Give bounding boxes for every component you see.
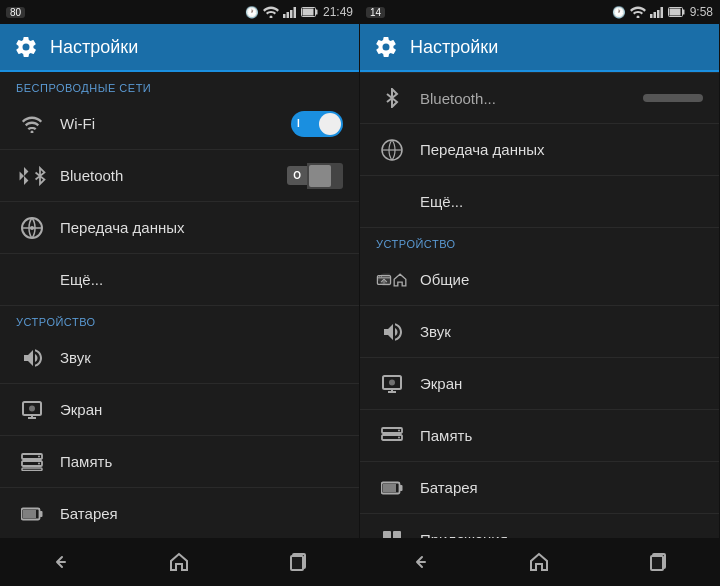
left-time: 21:49 bbox=[323, 5, 353, 19]
wifi-status-icon bbox=[263, 6, 279, 18]
right-general-item[interactable]: Общие bbox=[360, 254, 719, 306]
svg-rect-3 bbox=[290, 10, 293, 18]
right-sound-label: Звук bbox=[420, 323, 703, 340]
right-data-label: Передача данных bbox=[420, 141, 703, 158]
left-sound-item[interactable]: Звук bbox=[0, 332, 359, 384]
left-more-item[interactable]: Ещё... bbox=[0, 254, 359, 306]
svg-point-0 bbox=[269, 16, 272, 19]
right-status-icons: 🕐 bbox=[612, 5, 713, 19]
right-display-icon bbox=[376, 368, 408, 400]
home-button[interactable] bbox=[155, 538, 203, 586]
right-time: 9:58 bbox=[690, 5, 713, 19]
right-more-item[interactable]: Ещё... bbox=[360, 176, 719, 228]
right-bluetooth-label: Bluetooth... bbox=[420, 90, 643, 107]
battery-icon bbox=[16, 498, 48, 530]
right-settings-icon bbox=[372, 33, 400, 61]
right-toolbar-title: Настройки bbox=[410, 37, 498, 58]
right-data-icon bbox=[376, 134, 408, 166]
data-icon bbox=[16, 212, 48, 244]
bluetooth-label: Bluetooth bbox=[60, 167, 287, 184]
right-apps-icon bbox=[376, 524, 408, 539]
right-back-button[interactable] bbox=[396, 538, 444, 586]
svg-point-43 bbox=[389, 379, 395, 385]
right-storage-item[interactable]: Память bbox=[360, 410, 719, 462]
left-storage-item[interactable]: Память bbox=[0, 436, 359, 488]
svg-rect-31 bbox=[657, 10, 660, 18]
svg-rect-2 bbox=[286, 12, 289, 18]
right-apps-label: Приложения bbox=[420, 531, 703, 538]
left-section-device: УСТРОЙСТВО bbox=[0, 306, 359, 332]
right-battery-icon bbox=[376, 472, 408, 504]
wifi-icon bbox=[16, 108, 48, 140]
right-display-label: Экран bbox=[420, 375, 703, 392]
left-content: БЕСПРОВОДНЫЕ СЕТИ Wi-Fi I bbox=[0, 72, 359, 538]
right-home-button[interactable] bbox=[515, 538, 563, 586]
right-panel: 14 🕐 bbox=[360, 0, 720, 586]
left-data-item[interactable]: Передача данных bbox=[0, 202, 359, 254]
storage-icon bbox=[16, 446, 48, 478]
right-signal-icon bbox=[650, 6, 664, 18]
right-alarm-icon: 🕐 bbox=[612, 6, 626, 19]
bluetooth-icon bbox=[16, 160, 48, 192]
right-section-device: УСТРОЙСТВО bbox=[360, 228, 719, 254]
left-panel: 80 🕐 bbox=[0, 0, 360, 586]
right-toolbar: Настройки bbox=[360, 24, 719, 72]
signal-status-icon bbox=[283, 6, 297, 18]
right-bluetooth-partial[interactable]: Bluetooth... bbox=[360, 72, 719, 124]
svg-point-39 bbox=[379, 276, 380, 277]
svg-point-28 bbox=[636, 16, 639, 19]
svg-point-46 bbox=[398, 429, 400, 431]
wifi-label: Wi-Fi bbox=[60, 115, 291, 132]
svg-rect-34 bbox=[682, 10, 684, 15]
right-data-item[interactable]: Передача данных bbox=[360, 124, 719, 176]
left-section-wireless: БЕСПРОВОДНЫЕ СЕТИ bbox=[0, 72, 359, 98]
alarm-icon: 🕐 bbox=[245, 6, 259, 19]
svg-rect-20 bbox=[40, 511, 43, 517]
right-apps-item[interactable]: Приложения bbox=[360, 514, 719, 538]
right-storage-icon bbox=[376, 420, 408, 452]
right-content: Bluetooth... Передача данных Ещё... УСТР… bbox=[360, 72, 719, 538]
left-notif-count: 80 bbox=[6, 7, 25, 18]
svg-rect-50 bbox=[383, 484, 396, 492]
svg-rect-21 bbox=[23, 510, 36, 518]
right-bluetooth-icon bbox=[376, 82, 408, 114]
svg-point-47 bbox=[398, 436, 400, 438]
svg-rect-32 bbox=[660, 7, 663, 18]
right-recent-button[interactable] bbox=[635, 538, 683, 586]
svg-rect-6 bbox=[315, 10, 317, 15]
right-status-bar: 14 🕐 bbox=[360, 0, 719, 24]
svg-rect-7 bbox=[302, 9, 313, 16]
right-more-label: Ещё... bbox=[420, 193, 703, 210]
right-storage-label: Память bbox=[420, 427, 703, 444]
display-icon bbox=[16, 394, 48, 426]
recent-button[interactable] bbox=[275, 538, 323, 586]
svg-rect-16 bbox=[22, 468, 42, 471]
svg-point-18 bbox=[38, 462, 40, 464]
svg-point-8 bbox=[31, 130, 34, 133]
left-bottom-nav bbox=[0, 538, 359, 586]
left-status-bar: 80 🕐 bbox=[0, 0, 359, 24]
display-label: Экран bbox=[60, 401, 343, 418]
right-sound-icon bbox=[376, 316, 408, 348]
right-battery-item[interactable]: Батарея bbox=[360, 462, 719, 514]
left-display-item[interactable]: Экран bbox=[0, 384, 359, 436]
svg-rect-30 bbox=[653, 12, 656, 18]
svg-rect-27 bbox=[291, 556, 303, 570]
sound-icon bbox=[16, 342, 48, 374]
sound-label: Звук bbox=[60, 349, 343, 366]
left-battery-item[interactable]: Батарея bbox=[0, 488, 359, 538]
right-display-item[interactable]: Экран bbox=[360, 358, 719, 410]
back-button[interactable] bbox=[36, 538, 84, 586]
svg-rect-49 bbox=[400, 485, 403, 491]
bluetooth-toggle[interactable]: О bbox=[287, 163, 343, 189]
left-wifi-item[interactable]: Wi-Fi I bbox=[0, 98, 359, 150]
svg-rect-29 bbox=[650, 14, 653, 18]
right-notif-count: 14 bbox=[366, 7, 385, 18]
battery-status-icon bbox=[301, 6, 319, 18]
right-sound-item[interactable]: Звук bbox=[360, 306, 719, 358]
svg-rect-35 bbox=[669, 9, 680, 16]
wifi-toggle[interactable]: I bbox=[291, 111, 343, 137]
svg-point-13 bbox=[29, 405, 35, 411]
left-bluetooth-item[interactable]: Bluetooth О bbox=[0, 150, 359, 202]
right-general-icon bbox=[376, 264, 408, 296]
